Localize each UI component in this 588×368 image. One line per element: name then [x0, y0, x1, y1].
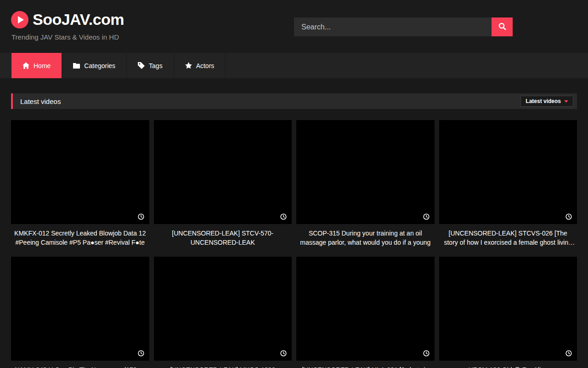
- sort-dropdown-button[interactable]: Latest videos: [520, 96, 573, 107]
- video-card[interactable]: [UNCENSORED-LEAK] STCVS-026 [The story o…: [439, 120, 577, 257]
- clock-icon: [423, 213, 430, 220]
- search-button[interactable]: [492, 17, 513, 36]
- video-card[interactable]: [UNCENSORED-LEAK] STCV-570-UNCENSORED-LE…: [154, 120, 292, 257]
- nav-item-label: Actors: [196, 62, 215, 69]
- nav-item-categories[interactable]: Categories: [62, 53, 127, 78]
- nav-item-tags[interactable]: Tags: [127, 53, 174, 78]
- video-thumbnail[interactable]: [439, 257, 577, 361]
- section-header: Latest videos Latest videos: [11, 93, 577, 109]
- video-title[interactable]: NAMH-042 H Cup Big Tits Newcomer (170cm …: [11, 365, 149, 368]
- video-title[interactable]: [UNCENSORED-LEAK] MLA-231 [3 shots in: [296, 365, 435, 368]
- site-tagline: Trending JAV Stars & Videos in HD: [11, 33, 119, 41]
- video-card[interactable]: [UNCENSORED-LEAK] MLA-231 [3 shots in: [296, 257, 435, 368]
- video-grid: KMKFX-012 Secretly Leaked Blowjob Data 1…: [11, 120, 577, 368]
- clock-icon: [138, 350, 144, 356]
- search-input[interactable]: [294, 17, 492, 36]
- nav-item-actors[interactable]: Actors: [174, 53, 226, 78]
- video-title[interactable]: KMKFX-012 Secretly Leaked Blowjob Data 1…: [11, 229, 149, 247]
- clock-icon: [565, 213, 572, 220]
- main-nav: Home Categories Tags Actors: [0, 53, 588, 78]
- video-card[interactable]: [UNCENSORED-LEAK] MXGS-1206 Absolutely: [154, 257, 292, 368]
- video-title[interactable]: [UNCENSORED-LEAK] STCV-570-UNCENSORED-LE…: [154, 229, 292, 247]
- nav-item-label: Categories: [84, 62, 115, 69]
- star-icon: [185, 62, 192, 69]
- site-title: SooJAV.com: [33, 11, 124, 29]
- section-title: Latest videos: [20, 98, 61, 105]
- clock-icon: [423, 350, 430, 356]
- nav-item-label: Tags: [149, 62, 163, 69]
- video-thumbnail[interactable]: [296, 257, 435, 361]
- video-title[interactable]: [UNCENSORED-LEAK] STCVS-026 [The story o…: [439, 229, 577, 247]
- clock-icon: [565, 350, 572, 356]
- home-icon: [23, 62, 29, 69]
- nav-item-label: Home: [34, 62, 51, 69]
- clock-icon: [280, 350, 287, 356]
- site-header: SooJAV.com Trending JAV Stars & Videos i…: [0, 0, 588, 53]
- site-logo[interactable]: SooJAV.com: [11, 11, 124, 29]
- video-card[interactable]: URSM-186 Girl @ Era Alice: [439, 257, 577, 368]
- clock-icon: [280, 213, 287, 220]
- video-thumbnail[interactable]: [154, 120, 292, 224]
- video-title[interactable]: URSM-186 Girl @ Era Alice: [439, 365, 577, 368]
- main-content: Latest videos Latest videos KMKFX-012 Se…: [0, 93, 588, 368]
- folder-icon: [73, 62, 80, 69]
- video-card[interactable]: NAMH-042 H Cup Big Tits Newcomer (170cm …: [11, 257, 149, 368]
- video-title[interactable]: [UNCENSORED-LEAK] MXGS-1206 Absolutely: [154, 365, 292, 368]
- caret-down-icon: [564, 100, 568, 103]
- video-title[interactable]: SCOP-315 During your training at an oil …: [296, 229, 435, 247]
- search-form: [294, 17, 513, 36]
- play-circle-icon: [11, 11, 28, 29]
- video-thumbnail[interactable]: [154, 257, 292, 361]
- search-icon: [498, 23, 506, 32]
- tag-icon: [138, 62, 145, 69]
- sort-dropdown-label: Latest videos: [526, 98, 561, 104]
- video-thumbnail[interactable]: [11, 120, 149, 224]
- video-card[interactable]: SCOP-315 During your training at an oil …: [296, 120, 435, 257]
- clock-icon: [138, 213, 144, 220]
- video-thumbnail[interactable]: [439, 120, 577, 224]
- video-thumbnail[interactable]: [296, 120, 435, 224]
- video-thumbnail[interactable]: [11, 257, 149, 361]
- nav-item-home[interactable]: Home: [11, 53, 62, 78]
- video-card[interactable]: KMKFX-012 Secretly Leaked Blowjob Data 1…: [11, 120, 149, 257]
